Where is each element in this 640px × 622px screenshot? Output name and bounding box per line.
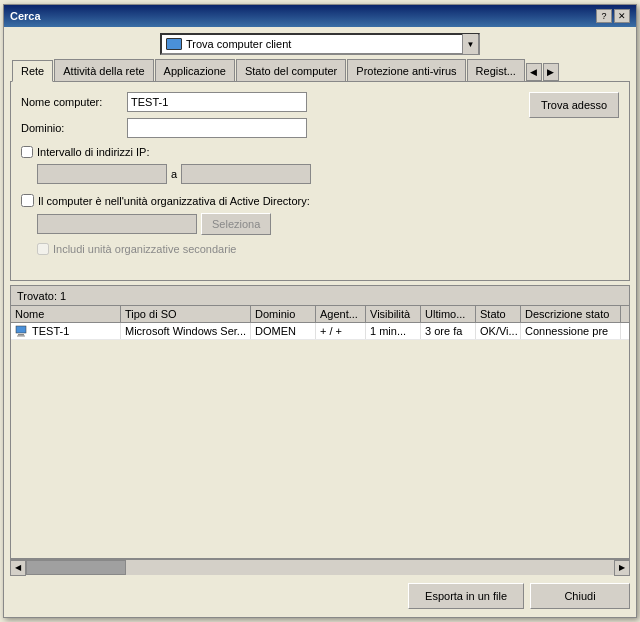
nome-computer-label: Nome computer: [21, 96, 121, 108]
help-button[interactable]: ? [596, 9, 612, 23]
bottom-buttons: Esporta in un file Chiudi [10, 579, 630, 611]
col-visibilita: Visibilità [366, 306, 421, 322]
dominio-input[interactable] [127, 118, 307, 138]
dominio-label: Dominio: [21, 122, 121, 134]
results-section: Trovato: 1 Nome Tipo di SO Dominio Agent… [10, 285, 630, 575]
cell-dominio: DOMEN [251, 323, 316, 339]
nome-computer-input[interactable] [127, 92, 307, 112]
col-nome: Nome [11, 306, 121, 322]
svg-rect-0 [16, 326, 26, 333]
ad-checkbox-row: Il computer è nell'unità organizzativa d… [21, 194, 619, 207]
main-window: Cerca ? ✕ Trova computer client ▼ Trova … [3, 4, 637, 618]
close-title-button[interactable]: ✕ [614, 9, 630, 23]
cell-agent: + / + [316, 323, 366, 339]
trovato-bar: Trovato: 1 [10, 285, 630, 305]
ip-inputs-row: a [37, 164, 619, 184]
dropdown-row: Trova computer client ▼ Trova computer c… [10, 33, 630, 55]
ad-input[interactable] [37, 214, 197, 234]
computer-row-icon [15, 325, 29, 337]
search-panel: Trova adesso Nome computer: Dominio: Int… [10, 81, 630, 281]
title-bar: Cerca ? ✕ [4, 5, 636, 27]
secondary-checkbox [37, 243, 49, 255]
scroll-left-button[interactable]: ◀ [10, 560, 26, 576]
tabs-row: Rete Attività della rete Applicazione St… [10, 59, 630, 81]
dropdown-wrapper[interactable]: Trova computer client ▼ Trova computer c… [160, 33, 480, 55]
results-table-container: Nome Tipo di SO Dominio Agent... Visibil… [10, 305, 630, 559]
tab-scroll-right[interactable]: ▶ [543, 63, 559, 81]
tab-scroll-left[interactable]: ◀ [526, 63, 542, 81]
col-dominio: Dominio [251, 306, 316, 322]
tab-registri[interactable]: Regist... [467, 59, 525, 81]
col-stato: Stato [476, 306, 521, 322]
window-title: Cerca [10, 10, 41, 22]
tab-protezione[interactable]: Protezione anti-virus [347, 59, 465, 81]
ip-checkbox[interactable] [21, 146, 33, 158]
tab-rete[interactable]: Rete [12, 60, 53, 82]
scrollbar-thumb[interactable] [26, 560, 126, 575]
ip-checkbox-label: Intervallo di indirizzi IP: [37, 146, 150, 158]
table-body: TEST-1 Microsoft Windows Ser... DOMEN + … [11, 323, 629, 558]
table-row[interactable]: TEST-1 Microsoft Windows Ser... DOMEN + … [11, 323, 629, 340]
secondary-checkbox-label: Includi unità organizzative secondarie [53, 243, 236, 255]
close-button[interactable]: Chiudi [530, 583, 630, 609]
col-tipo-so: Tipo di SO [121, 306, 251, 322]
col-agent: Agent... [316, 306, 366, 322]
col-desc-stato: Descrizione stato [521, 306, 621, 322]
cell-stato: OK/Vi... [476, 323, 521, 339]
secondary-checkbox-row: Includi unità organizzative secondarie [37, 243, 619, 255]
dominio-row: Dominio: [21, 118, 619, 138]
col-ultimo: Ultimo... [421, 306, 476, 322]
scrollbar-track[interactable] [26, 560, 614, 575]
trovato-label: Trovato: 1 [17, 290, 66, 302]
cell-ultimo: 3 ore fa [421, 323, 476, 339]
horizontal-scrollbar[interactable]: ◀ ▶ [10, 559, 630, 575]
title-bar-buttons: ? ✕ [596, 9, 630, 23]
svg-rect-2 [17, 336, 25, 337]
cell-nome: TEST-1 [11, 323, 121, 339]
ip-separator: a [171, 168, 177, 180]
cell-visibilita: 1 min... [366, 323, 421, 339]
ad-checkbox[interactable] [21, 194, 34, 207]
export-button[interactable]: Esporta in un file [408, 583, 524, 609]
window-content: Trova computer client ▼ Trova computer c… [4, 27, 636, 617]
ip-to-input[interactable] [181, 164, 311, 184]
svg-rect-1 [18, 334, 24, 336]
tab-applicazione[interactable]: Applicazione [155, 59, 235, 81]
select-button[interactable]: Seleziona [201, 213, 271, 235]
cell-tipo-so: Microsoft Windows Ser... [121, 323, 251, 339]
find-now-button[interactable]: Trova adesso [529, 92, 619, 118]
tabs-panel: Rete Attività della rete Applicazione St… [10, 59, 630, 281]
tab-attivita[interactable]: Attività della rete [54, 59, 153, 81]
ad-select-row: Seleziona [37, 213, 619, 235]
ip-from-input[interactable] [37, 164, 167, 184]
scroll-right-button[interactable]: ▶ [614, 560, 630, 576]
cell-desc-stato: Connessione pre [521, 323, 621, 339]
ip-checkbox-row: Intervallo di indirizzi IP: [21, 146, 619, 158]
table-header: Nome Tipo di SO Dominio Agent... Visibil… [11, 306, 629, 323]
ad-checkbox-label: Il computer è nell'unità organizzativa d… [38, 195, 310, 207]
tab-stato[interactable]: Stato del computer [236, 59, 346, 81]
